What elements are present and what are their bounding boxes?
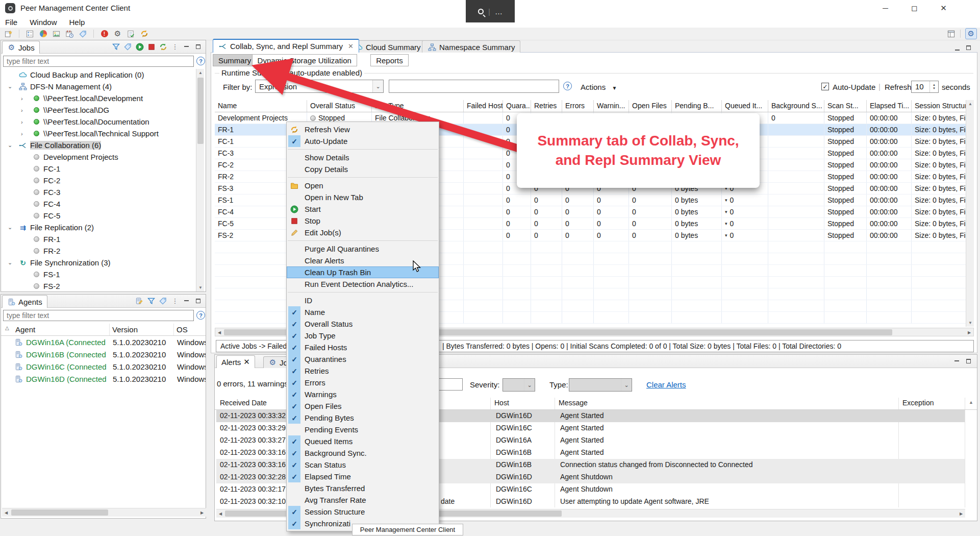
spinner-arrows-icon[interactable]: ▲▼ xyxy=(929,81,938,92)
filter-expression-input[interactable] xyxy=(389,80,559,92)
col-scan[interactable]: Scan St... xyxy=(824,100,867,112)
agents-filter-input[interactable] xyxy=(4,310,193,321)
menu-item-job-type[interactable]: ✓Job Type xyxy=(287,330,439,342)
clear-alerts-link[interactable]: Clear Alerts xyxy=(646,380,686,389)
alerts-col-host[interactable]: Host xyxy=(494,399,509,407)
tab-agents[interactable]: Agents xyxy=(2,295,47,308)
tree-item[interactable]: FS-2 xyxy=(2,280,196,291)
close-icon[interactable]: ✕ xyxy=(348,42,354,50)
col-queued[interactable]: Queued It... xyxy=(722,100,768,112)
scroll-left-icon[interactable]: ◀ xyxy=(216,509,224,518)
menu-item-retries[interactable]: ✓Retries xyxy=(287,365,439,377)
menu-item-stop[interactable]: Stop xyxy=(287,215,439,227)
tree-item[interactable]: ›\\PeerTest.local\Technical Support xyxy=(2,128,196,139)
tree-item[interactable]: ⌄File Collaboration (6) xyxy=(2,139,196,151)
menu-item-open-files[interactable]: ✓Open Files xyxy=(287,400,439,412)
col-elapsed[interactable]: Elapsed Ti... xyxy=(867,100,912,112)
col-retries[interactable]: Retries xyxy=(531,100,562,112)
agents-col-os[interactable]: OS xyxy=(177,325,188,334)
col-status[interactable]: Overall Status xyxy=(307,100,372,112)
scrollbar-thumb[interactable] xyxy=(197,78,204,144)
col-open_files[interactable]: Open Files xyxy=(629,100,672,112)
tree-item[interactable]: Development Projects xyxy=(2,151,196,163)
tree-item[interactable]: ⌄DFS-N Management (4) xyxy=(2,81,196,92)
col-job_type[interactable]: Job Type xyxy=(372,100,464,112)
menu-item-quarantines[interactable]: ✓Quarantines xyxy=(287,353,439,365)
menu-item-show-details[interactable]: Show Details xyxy=(287,152,439,163)
subtab-summary[interactable]: Summary xyxy=(213,54,257,66)
filter-help-icon[interactable]: ? xyxy=(563,82,572,90)
tree-item[interactable]: FR-2 xyxy=(2,245,196,257)
menu-item-refresh-view[interactable]: Refresh View xyxy=(287,124,439,135)
menu-item-open-in-new-tab[interactable]: Open in New Tab xyxy=(287,191,439,203)
more-icon[interactable]: … xyxy=(495,7,502,16)
chevron-down-icon[interactable]: ⌄ xyxy=(372,80,383,92)
menu-item-background-sync-[interactable]: ✓Background Sync. xyxy=(287,447,439,459)
scroll-up-icon[interactable]: ▲ xyxy=(966,100,974,108)
menu-item-auto-update[interactable]: ✓Auto-Update xyxy=(287,135,439,147)
auto-update-checkbox[interactable]: ✓ xyxy=(821,83,829,90)
scroll-right-icon[interactable]: ▶ xyxy=(965,328,973,336)
scroll-right-icon[interactable]: ▶ xyxy=(957,509,965,518)
tree-item[interactable]: ›\\PeerTest.local\Development xyxy=(2,92,196,104)
menu-item-scan-status[interactable]: ✓Scan Status xyxy=(287,459,439,471)
expander-icon[interactable]: › xyxy=(21,95,23,102)
agents-table-header[interactable]: △ Agent Version OS xyxy=(1,324,206,336)
expander-icon[interactable]: › xyxy=(21,107,23,113)
agents-col-version[interactable]: Version xyxy=(112,325,138,334)
agents-hscrollbar[interactable]: ◀ ▶ xyxy=(2,508,206,517)
col-session[interactable]: Session Structure xyxy=(912,100,966,112)
menu-item-failed-hosts[interactable]: ✓Failed Hosts xyxy=(287,342,439,353)
scroll-left-icon[interactable]: ◀ xyxy=(2,508,10,517)
filter-icon[interactable] xyxy=(147,297,156,305)
menu-item-queued-items[interactable]: ✓Queued Items xyxy=(287,435,439,447)
tree-item[interactable]: FC-1 xyxy=(2,163,196,175)
menu-item-warnings[interactable]: ✓Warnings xyxy=(287,388,439,400)
summary-table-header[interactable]: NameOverall StatusJob TypeFailed HostsQu… xyxy=(215,100,966,112)
scroll-up-icon[interactable]: ▲ xyxy=(196,69,205,77)
agent-row[interactable]: DGWin16B (Connected5.1.0.20230210Windows xyxy=(2,349,206,361)
actions-button[interactable]: Actions ▼ xyxy=(581,83,617,91)
menu-item-edit-job-s-[interactable]: Edit Job(s) xyxy=(287,227,439,238)
tree-item[interactable]: ›\\PeerTest.local\DG xyxy=(2,104,196,116)
jobs-tree-scrollbar[interactable]: ▲ ▼ xyxy=(196,69,204,291)
scroll-down-icon[interactable]: ▼ xyxy=(966,319,974,327)
alerts-col-received-date[interactable]: Received Date xyxy=(220,399,267,407)
severity-combo[interactable]: ⌄ xyxy=(502,378,535,392)
tree-item[interactable]: FC-2 xyxy=(2,175,196,186)
scroll-right-icon[interactable]: ▶ xyxy=(198,508,206,517)
scrollbar-thumb[interactable] xyxy=(11,509,108,516)
tree-item[interactable]: Cloud Backup and Replication (0) xyxy=(2,69,196,81)
subtab-reports[interactable]: Reports xyxy=(370,54,409,66)
alerts-col-exception[interactable]: Exception xyxy=(902,399,934,407)
expander-icon[interactable]: › xyxy=(21,131,23,137)
scroll-left-icon[interactable]: ◀ xyxy=(215,328,223,336)
tree-item[interactable]: FC-4 xyxy=(2,198,196,210)
agent-row[interactable]: DGWin16C (Connected5.1.0.20230210Windows xyxy=(2,361,206,373)
alerts-col-message[interactable]: Message xyxy=(559,399,588,407)
refresh-interval-spinner[interactable]: 10 ▲▼ xyxy=(911,81,939,93)
tree-item[interactable]: FC-3 xyxy=(2,186,196,198)
filter-expression-box[interactable] xyxy=(389,80,559,93)
screen-magnifier-overlay[interactable]: | … xyxy=(466,0,515,22)
expander-icon[interactable]: › xyxy=(21,119,23,125)
scroll-up-icon[interactable]: ▲ xyxy=(969,400,973,405)
tree-item[interactable]: FC-5 xyxy=(2,210,196,222)
tag-icon[interactable] xyxy=(159,297,167,305)
menu-item-pending-bytes[interactable]: ✓Pending Bytes xyxy=(287,412,439,424)
menu-item-elapsed-time[interactable]: ✓Elapsed Time xyxy=(287,471,439,482)
maximize-icon[interactable] xyxy=(964,357,973,366)
menu-item-purge-all-quarantines[interactable]: Purge All Quarantines xyxy=(287,243,439,255)
col-quarantines[interactable]: Quara... xyxy=(503,100,531,112)
expander-icon[interactable]: ⌄ xyxy=(8,259,12,266)
subtab-dynamic-storage-utilization[interactable]: Dynamic Storage Utilization xyxy=(252,54,357,66)
tree-item[interactable]: ›\\PeerTest.local\Documentation xyxy=(2,116,196,128)
menu-item-run-event-detection-analytics-[interactable]: Run Event Detection Analytics... xyxy=(287,278,439,290)
tab-alerts[interactable]: Alerts ✕ xyxy=(216,355,255,368)
col-background[interactable]: Background S... xyxy=(768,100,824,112)
expander-icon[interactable]: ⌄ xyxy=(8,224,12,231)
expander-icon[interactable]: ⌄ xyxy=(8,142,12,149)
menu-item-bytes-transferred[interactable]: Bytes Transferred xyxy=(287,482,439,494)
minimize-icon[interactable] xyxy=(182,297,191,305)
agents-col-agent[interactable]: Agent xyxy=(15,325,35,334)
